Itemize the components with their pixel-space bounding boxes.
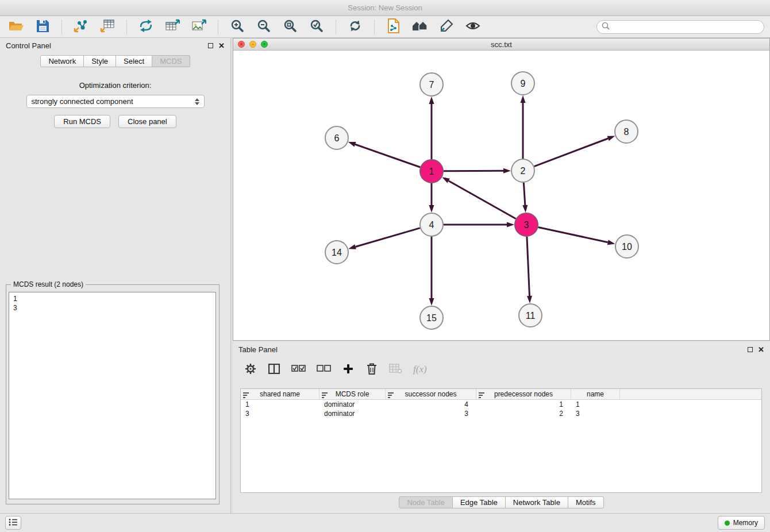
- network-node-2[interactable]: 2: [511, 159, 534, 182]
- cell-shared-name[interactable]: 3: [241, 409, 319, 418]
- tab-network-table[interactable]: Network Table: [506, 496, 568, 508]
- first-neighbors-button[interactable]: [410, 18, 430, 36]
- network-window-titlebar[interactable]: scc.txt × − +: [233, 38, 769, 51]
- deselect-all-columns-button[interactable]: [317, 365, 331, 374]
- network-edge[interactable]: [538, 227, 615, 245]
- network-node-4[interactable]: 4: [420, 213, 443, 236]
- column-header-mcds-role[interactable]: MCDS role: [319, 389, 386, 399]
- network-node-11[interactable]: 11: [519, 304, 542, 327]
- column-header-predecessor-nodes[interactable]: predecessor nodes: [476, 389, 571, 399]
- network-edge[interactable]: [348, 142, 420, 167]
- criterion-dropdown[interactable]: strongly connected component: [26, 95, 205, 108]
- zoom-in-button[interactable]: [227, 18, 248, 36]
- toolbar-separator: [126, 20, 127, 34]
- network-edge[interactable]: [444, 168, 511, 174]
- cell-mcds-role[interactable]: dominator: [319, 409, 386, 418]
- maximize-window-icon[interactable]: +: [261, 41, 268, 48]
- zoom-fit-button[interactable]: [280, 18, 301, 36]
- export-image-button[interactable]: [188, 18, 209, 36]
- select-all-columns-button[interactable]: [291, 365, 306, 374]
- network-edge[interactable]: [429, 237, 434, 306]
- create-column-button[interactable]: [342, 364, 355, 376]
- refresh-layout-button[interactable]: [345, 18, 365, 36]
- network-edge[interactable]: [444, 222, 514, 228]
- zoom-fit-icon: [283, 19, 297, 34]
- network-edge[interactable]: [534, 136, 615, 166]
- tab-network[interactable]: Network: [40, 55, 84, 67]
- mcds-result-list[interactable]: 1 3: [9, 292, 216, 499]
- network-node-8[interactable]: 8: [615, 120, 638, 143]
- network-node-10[interactable]: 10: [615, 235, 638, 258]
- network-node-3[interactable]: 3: [515, 213, 538, 236]
- column-header-shared-name[interactable]: shared name: [241, 389, 319, 399]
- network-edge[interactable]: [348, 228, 420, 249]
- import-table-button[interactable]: [97, 18, 118, 36]
- import-network-icon: [74, 19, 88, 34]
- node-label: 1: [429, 167, 434, 176]
- table-settings-button[interactable]: [244, 363, 257, 376]
- import-network-button[interactable]: [71, 18, 91, 36]
- status-bar: Memory: [0, 513, 770, 532]
- network-edge[interactable]: [527, 237, 532, 303]
- network-node-14[interactable]: 14: [325, 241, 348, 264]
- show-column-button[interactable]: [268, 364, 280, 376]
- open-network-document-button[interactable]: [383, 18, 404, 36]
- delete-column-button[interactable]: [365, 363, 378, 376]
- column-header-name[interactable]: name: [571, 389, 620, 399]
- column-header-successor-nodes[interactable]: successor nodes: [386, 389, 476, 399]
- export-table-button[interactable]: [162, 18, 183, 36]
- minimize-window-icon[interactable]: −: [249, 41, 256, 48]
- float-table-panel-icon[interactable]: [748, 347, 753, 352]
- zoom-selected-button[interactable]: [306, 18, 327, 36]
- table-panel-title: Table Panel: [238, 345, 278, 354]
- network-node-6[interactable]: 6: [325, 126, 348, 149]
- cell-mcds-role[interactable]: dominator: [319, 400, 386, 409]
- node-label: 6: [334, 133, 340, 143]
- column-header-filler: [620, 389, 761, 399]
- network-node-7[interactable]: 7: [420, 73, 443, 96]
- close-panel-button[interactable]: Close panel: [118, 115, 176, 128]
- tab-select[interactable]: Select: [116, 55, 152, 67]
- network-node-9[interactable]: 9: [511, 72, 534, 95]
- network-node-1[interactable]: 1: [420, 160, 443, 183]
- float-panel-icon[interactable]: [208, 43, 213, 48]
- cell-successor-nodes[interactable]: 3: [386, 409, 476, 418]
- tab-motifs[interactable]: Motifs: [568, 496, 604, 508]
- task-history-button[interactable]: [5, 516, 21, 530]
- open-session-button[interactable]: [6, 18, 26, 36]
- tab-style[interactable]: Style: [84, 55, 116, 67]
- delete-table-button[interactable]: [389, 364, 402, 376]
- cell-name[interactable]: 3: [571, 409, 620, 418]
- network-node-15[interactable]: 15: [420, 306, 443, 329]
- function-builder-button[interactable]: f(x): [413, 364, 427, 375]
- network-canvas[interactable]: 7968124314101511: [233, 51, 769, 340]
- network-edge[interactable]: [429, 183, 434, 213]
- new-network-button[interactable]: [136, 18, 156, 36]
- close-window-icon[interactable]: ×: [238, 41, 245, 48]
- show-hide-button[interactable]: [463, 18, 483, 36]
- zoom-out-button[interactable]: [253, 18, 274, 36]
- cell-predecessor-nodes[interactable]: 1: [476, 400, 571, 409]
- close-panel-icon[interactable]: ✕: [218, 43, 225, 48]
- cell-successor-nodes[interactable]: 4: [386, 400, 476, 409]
- run-mcds-button[interactable]: Run MCDS: [54, 115, 110, 128]
- search-input[interactable]: [613, 22, 759, 31]
- control-panel-tabs: Network Style Select MCDS: [0, 55, 230, 67]
- network-edge[interactable]: [442, 177, 515, 218]
- window-titlebar[interactable]: Session: New Session: [0, 0, 770, 16]
- tab-node-table[interactable]: Node Table: [399, 496, 453, 508]
- network-edge[interactable]: [522, 183, 528, 213]
- houses-icon: [411, 19, 429, 34]
- tab-mcds[interactable]: MCDS: [152, 55, 190, 67]
- style-brush-button[interactable]: [436, 18, 457, 36]
- cell-predecessor-nodes[interactable]: 2: [476, 409, 571, 418]
- node-label: 4: [429, 220, 434, 230]
- tab-edge-table[interactable]: Edge Table: [453, 496, 506, 508]
- network-edge[interactable]: [521, 95, 526, 159]
- save-session-button[interactable]: [32, 18, 53, 36]
- memory-button[interactable]: Memory: [718, 516, 765, 530]
- cell-name[interactable]: 1: [571, 400, 620, 409]
- cell-shared-name[interactable]: 1: [241, 400, 319, 409]
- close-table-panel-icon[interactable]: ✕: [758, 347, 764, 352]
- network-edge[interactable]: [429, 97, 434, 159]
